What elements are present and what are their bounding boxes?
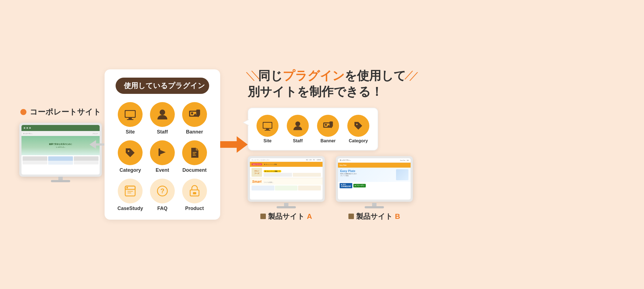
staff-label: Staff xyxy=(157,129,168,135)
plugin-item-banner: Banner xyxy=(180,102,209,135)
headline-text-prefix: 同じ xyxy=(258,69,283,82)
headline-text-highlight: プラグイン xyxy=(283,69,345,82)
hero-text: 健康で安全な生活のためにしっかりした... xyxy=(49,143,72,148)
svg-text:?: ? xyxy=(160,187,165,195)
svg-rect-2 xyxy=(129,118,132,119)
slash-right: ╱╱ xyxy=(405,69,418,82)
plugin-item-product: Product xyxy=(180,179,209,211)
site-a-suffix: A xyxy=(307,212,312,221)
result-category: Category xyxy=(347,115,369,143)
event-icon xyxy=(150,140,175,165)
site-b-hero: Easy Plate 簡単な生菌数測定のためのプレート培地 xyxy=(338,168,411,182)
site-a-monitor-frame: キッコーマンバイオケミファ 製品・試薬 受託 企業情報 タカノフーズ ▶ キャン… xyxy=(248,156,325,202)
site-b-stand xyxy=(365,203,384,208)
document-icon xyxy=(182,140,207,165)
result-banner-label: Banner xyxy=(320,138,335,143)
corporate-monitor: キッコーマン... メニュー 健康で安全な生活のためにしっかりした... xyxy=(19,123,102,182)
site-a-header: キッコーマンバイオケミファ 製品・試薬 受託 企業情報 xyxy=(250,158,323,162)
svg-point-4 xyxy=(160,110,165,115)
monitor-screen: キッコーマン... メニュー 健康で安全な生活のためにしっかりした... xyxy=(21,125,100,175)
svg-point-7 xyxy=(191,112,193,114)
site-b-label: 製品サイトB xyxy=(348,212,400,221)
headline-area: ╲╲ 同じプラグインを使用して ╱╱ 別サイトを制作できる！ xyxy=(248,68,416,99)
document-label: Document xyxy=(182,167,207,173)
monitor-frame: キッコーマン... メニュー 健康で安全な生活のためにしっかりした... xyxy=(19,123,102,177)
site-label: Site xyxy=(126,129,135,135)
svg-rect-18 xyxy=(127,193,131,193)
result-staff: Staff xyxy=(287,115,309,143)
site-b-dot xyxy=(348,214,354,219)
easy-plate-title: Easy Plate xyxy=(340,169,394,173)
site-a-stand xyxy=(277,203,296,208)
product-label: Product xyxy=(185,206,204,211)
site-b-label-text: 製品サイト xyxy=(356,212,393,221)
plugin-item-event: Event xyxy=(148,140,177,173)
result-grid: Site Staff xyxy=(256,115,369,143)
svg-rect-8 xyxy=(196,110,200,115)
easy-plate-sub: 簡単な生菌数測定のためのプレート培地 xyxy=(340,173,394,177)
arrow-section xyxy=(220,136,248,153)
result-bubble: Site Staff xyxy=(248,108,378,151)
orange-banner: タカノフーズ ▶ キャンペーン情報 xyxy=(250,162,323,167)
right-section: ╲╲ 同じプラグインを使用して ╱╱ 別サイトを制作できる！ xyxy=(248,68,627,221)
faq-label: FAQ xyxy=(157,206,167,211)
result-site-label: Site xyxy=(263,138,271,143)
svg-point-16 xyxy=(126,187,128,189)
result-category-label: Category xyxy=(349,138,368,143)
slash-left: ╲╲ xyxy=(247,69,260,82)
plugin-section: 使用しているプラグイン Site xyxy=(105,69,220,220)
plugin-item-casestudy: CaseStudy xyxy=(116,179,145,211)
event-label: Event xyxy=(155,167,169,173)
corporate-site-label: コーポレートサイト xyxy=(20,107,101,117)
site-b-orange-banner: Easy Plate xyxy=(338,163,411,168)
faq-icon: ? xyxy=(150,179,175,203)
svg-point-30 xyxy=(325,124,327,126)
screen-content xyxy=(21,155,100,166)
content-card-1 xyxy=(23,156,47,165)
site-a-dot xyxy=(260,214,266,219)
site-a-label-text: 製品サイト xyxy=(268,212,305,221)
svg-rect-22 xyxy=(193,192,196,194)
corporate-site-text: コーポレートサイト xyxy=(30,107,101,117)
site-a-screen: キッコーマンバイオケミファ 製品・試薬 受託 企業情報 タカノフーズ ▶ キャン… xyxy=(250,158,323,200)
dot-icon xyxy=(20,109,26,115)
svg-rect-25 xyxy=(266,129,269,130)
site-b-monitor-frame: キッコーマン... Easy Plate 製品 Easy Plate xyxy=(336,156,413,202)
category-icon xyxy=(118,140,143,165)
headline-line2: 別サイトを制作できる！ xyxy=(248,84,383,99)
site-icon xyxy=(118,102,143,127)
result-site-icon xyxy=(256,115,279,137)
plugin-item-document: Document xyxy=(180,140,209,173)
main-container: コーポレートサイト キッコーマン... メニュー xyxy=(0,0,644,289)
plugin-box: 使用しているプラグイン Site xyxy=(105,69,220,220)
svg-rect-12 xyxy=(193,154,195,154)
svg-point-32 xyxy=(356,124,358,125)
site-b-logos: ■ JFIC日本食品分析 ■ フリーデン xyxy=(338,182,411,189)
result-staff-label: Staff xyxy=(293,138,303,143)
casestudy-icon xyxy=(118,179,143,203)
headline-text-suffix: を使用して xyxy=(345,69,406,82)
result-staff-icon xyxy=(287,115,309,137)
svg-rect-1 xyxy=(125,111,135,117)
plugin-item-faq: ? FAQ xyxy=(148,179,177,211)
headline-row1: ╲╲ 同じプラグインを使用して ╱╱ xyxy=(248,68,416,83)
site-b-suffix: B xyxy=(395,212,400,221)
result-banner-icon xyxy=(317,115,339,137)
headline-row2: 別サイトを制作できる！ xyxy=(248,84,416,99)
site-a-bottom xyxy=(250,185,323,191)
plugin-item-staff: Staff xyxy=(148,102,177,135)
result-site: Site xyxy=(256,115,279,143)
plugin-grid: Site Staff xyxy=(116,102,209,211)
product-icon xyxy=(182,179,207,203)
svg-rect-3 xyxy=(127,119,133,120)
jfic-logo: ■ JFIC日本食品分析 xyxy=(340,183,352,188)
plugin-item-category: Category xyxy=(116,140,145,173)
site-a-content: タカノフーズ ▶ キャンペーン情報！？ xyxy=(250,167,323,178)
result-banner: Banner xyxy=(317,115,339,143)
screen-hero: 健康で安全な生活のためにしっかりした... xyxy=(21,136,100,155)
back-arrow xyxy=(89,140,104,149)
easy-plate-image xyxy=(396,169,408,180)
svg-rect-13 xyxy=(193,155,196,156)
result-category-icon xyxy=(347,115,369,137)
banner-icon xyxy=(182,102,207,127)
